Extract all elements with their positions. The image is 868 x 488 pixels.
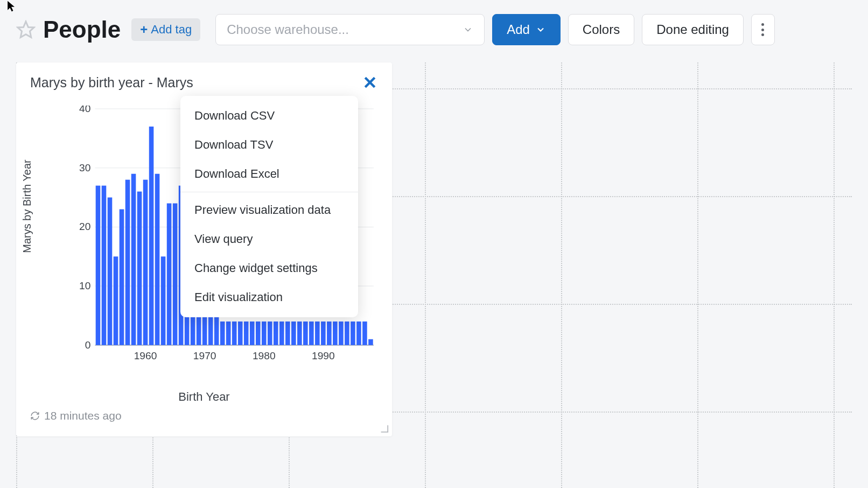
chart-bar[interactable]	[321, 322, 326, 345]
favorite-star-icon[interactable]	[16, 20, 36, 39]
svg-text:1970: 1970	[193, 350, 216, 361]
chart-bar[interactable]	[149, 127, 154, 345]
chart-bar[interactable]	[220, 322, 225, 345]
svg-text:20: 20	[79, 221, 90, 232]
more-options-button[interactable]	[751, 14, 775, 45]
chevron-down-icon	[535, 24, 546, 35]
chart-bar[interactable]	[345, 322, 349, 345]
refresh-text: 18 minutes ago	[44, 409, 122, 422]
menu-separator	[180, 192, 358, 192]
chart-ylabel: Marys by Birth Year	[21, 159, 33, 253]
close-icon[interactable]	[362, 74, 378, 90]
chart-bar[interactable]	[167, 204, 172, 345]
chart-bar[interactable]	[114, 256, 118, 345]
chart-bar[interactable]	[368, 339, 373, 345]
svg-text:1960: 1960	[134, 350, 157, 361]
plus-icon: +	[140, 23, 148, 36]
svg-marker-0	[18, 22, 34, 37]
chart-bar[interactable]	[303, 322, 308, 345]
refresh-status[interactable]: 18 minutes ago	[30, 409, 378, 422]
menu-item-view-query[interactable]: View query	[180, 225, 358, 254]
svg-text:30: 30	[79, 162, 90, 173]
chart-bar[interactable]	[356, 322, 361, 345]
chart-bar[interactable]	[108, 198, 113, 345]
chart-bar[interactable]	[262, 322, 267, 345]
chart-bar[interactable]	[297, 322, 302, 345]
menu-item-change-widget-settings[interactable]: Change widget settings	[180, 254, 358, 283]
chart-bar[interactable]	[238, 322, 243, 345]
refresh-icon	[30, 411, 40, 421]
menu-item-preview-visualization-data[interactable]: Preview visualization data	[180, 196, 358, 225]
svg-text:40: 40	[79, 106, 90, 114]
chart-bar[interactable]	[143, 180, 148, 345]
chart-bar[interactable]	[131, 174, 136, 345]
dashboard-canvas: Marys by birth year - Marys Marys by Bir…	[16, 62, 852, 488]
widget-context-menu: Download CSVDownload TSVDownload ExcelPr…	[180, 96, 358, 317]
chart-bar[interactable]	[327, 322, 332, 345]
menu-item-download-excel[interactable]: Download Excel	[180, 159, 358, 189]
chart-bar[interactable]	[232, 322, 237, 345]
chart-bar[interactable]	[333, 322, 338, 345]
menu-item-edit-visualization[interactable]: Edit visualization	[180, 283, 358, 312]
chart-bar[interactable]	[256, 322, 261, 345]
chart-bar[interactable]	[137, 192, 142, 345]
done-editing-button[interactable]: Done editing	[642, 14, 744, 45]
chart-bar[interactable]	[315, 322, 320, 345]
chart-bar[interactable]	[285, 322, 290, 345]
chart-bar[interactable]	[268, 322, 272, 345]
page-title: People	[43, 16, 121, 43]
chart-bar[interactable]	[120, 209, 124, 345]
add-tag-label: Add tag	[151, 23, 192, 37]
chart-bar[interactable]	[362, 322, 367, 345]
menu-item-download-csv[interactable]: Download CSV	[180, 101, 358, 130]
resize-handle-icon[interactable]	[379, 423, 389, 433]
chart-bar[interactable]	[250, 322, 255, 345]
chart-bar[interactable]	[244, 322, 249, 345]
chart-bar[interactable]	[155, 174, 160, 345]
add-button[interactable]: Add	[492, 14, 561, 45]
dashboard-header: People + Add tag Choose warehouse... Add…	[0, 0, 868, 59]
svg-text:0: 0	[85, 339, 91, 351]
chart-bar[interactable]	[274, 322, 278, 345]
svg-text:1980: 1980	[253, 350, 276, 361]
chart-bar[interactable]	[102, 186, 107, 345]
chart-bar[interactable]	[309, 322, 314, 345]
chart-bar[interactable]	[96, 186, 101, 345]
svg-text:1990: 1990	[312, 350, 335, 361]
chart-xlabel: Birth Year	[178, 390, 229, 404]
chart-bar[interactable]	[125, 180, 130, 345]
chart-bar[interactable]	[173, 204, 178, 345]
chart-bar[interactable]	[291, 322, 296, 345]
vertical-dots-icon	[761, 23, 764, 36]
warehouse-select[interactable]: Choose warehouse...	[215, 14, 485, 45]
chart-bar[interactable]	[226, 322, 231, 345]
chart-bar[interactable]	[351, 322, 355, 345]
colors-button[interactable]: Colors	[568, 14, 634, 45]
chart-bar[interactable]	[161, 256, 166, 345]
chart-bar[interactable]	[279, 322, 284, 345]
add-tag-button[interactable]: + Add tag	[131, 18, 200, 41]
chart-bar[interactable]	[339, 322, 344, 345]
svg-text:10: 10	[79, 280, 90, 291]
chevron-down-icon	[463, 24, 473, 35]
warehouse-placeholder: Choose warehouse...	[227, 22, 349, 37]
menu-item-download-tsv[interactable]: Download TSV	[180, 130, 358, 159]
widget-title: Marys by birth year - Marys	[30, 75, 193, 90]
